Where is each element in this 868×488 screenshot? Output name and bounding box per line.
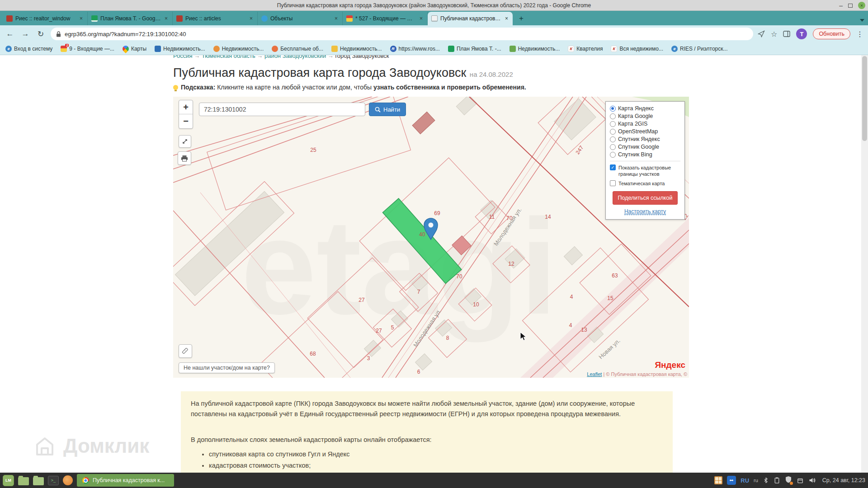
bookmark-realty-3[interactable]: Недвижимость... [331,46,382,52]
address-bar[interactable]: egrp365.org/map/?kadnum=72:19:1301002:40 [51,28,753,40]
not-found-button[interactable]: Не нашли участок/дом на карте? [179,362,275,373]
bookmark-star-icon[interactable]: ☆ [771,30,777,38]
bookmark-realty-4[interactable]: Недвижимость... [509,46,560,52]
bookmark-inbox[interactable]: 9 - Входящие —... [61,46,114,52]
map-pin-icon [121,44,130,53]
configure-map-link[interactable]: Настроить карту [610,208,680,215]
tab-close-icon[interactable]: × [504,15,509,22]
measure-button[interactable] [179,344,192,358]
breadcrumb-link[interactable]: Россия [173,55,193,59]
cadastral-map[interactable]: etagi [173,97,689,378]
menu-dots-icon[interactable]: ⋮ [856,30,863,38]
checkbox-icon [610,180,616,186]
volume-icon[interactable] [808,477,816,484]
info-bullet: кадастровая стоимость участков; [209,460,663,471]
zoom-in-button[interactable]: + [179,100,193,114]
active-task-button[interactable]: Публичная кадастровая к... [77,474,174,487]
print-button[interactable] [178,151,191,165]
folder-icon[interactable] [33,477,44,485]
bookmark-login[interactable]: eВход в систему [5,46,52,52]
teamviewer-icon[interactable] [727,476,736,485]
update-button[interactable]: Обновить [813,28,850,39]
tab-close-icon[interactable]: × [79,15,84,22]
tab-list-chevron-icon[interactable] [860,19,864,22]
box-icon[interactable] [797,477,804,484]
share-link-button[interactable]: Поделиться ссылкой [613,191,678,205]
bookmark-realty-1[interactable]: Недвижимость... [155,46,205,52]
tab-cadastral-map-active[interactable]: Публичная кадастровая кар × [428,12,513,25]
tab-close-icon[interactable]: × [249,15,254,22]
search-button[interactable]: Найти [369,103,406,116]
map-search: Найти [199,103,406,116]
tab-close-icon[interactable]: × [164,15,169,22]
bookmark-kvarteliya[interactable]: ККвартелия [568,46,603,52]
bulb-icon [173,85,178,90]
close-icon[interactable]: × [858,2,865,9]
leaflet-link[interactable]: Leaflet [587,371,602,377]
new-tab-button[interactable]: + [515,13,527,24]
app-launcher-icon[interactable] [63,475,73,485]
layer-option-bing-sat[interactable]: Спутник Bing [610,151,680,158]
bookmark-realty-2[interactable]: Недвижимость... [213,46,264,52]
forward-icon[interactable]: → [20,29,31,38]
tab-objects[interactable]: Объекты × [258,12,343,25]
bookmark-plan-sheet[interactable]: План Ямова Т. -... [448,46,501,52]
profile-avatar[interactable]: T [796,28,807,39]
minimize-icon[interactable]: – [839,3,843,8]
layer-option-google-map[interactable]: Карта Google [610,113,680,119]
bookmark-rosreestr[interactable]: Rhttps://www.ros... [390,46,440,52]
globe-icon: e [5,46,12,52]
browser-toolbar: ← → ↻ egrp365.org/map/?kadnum=72:19:1301… [0,25,868,42]
keyboard-layout-small[interactable]: ru [754,478,758,483]
expand-icon [182,138,188,145]
calculator-icon[interactable] [714,476,722,484]
page-scrollbar[interactable] [861,55,868,473]
breadcrumb-link[interactable]: район Заводоуковский [264,55,326,59]
zoom-out-button[interactable]: − [179,114,193,128]
cadastral-borders-checkbox[interactable]: ✓Показать кадастровые границы участков [610,164,680,178]
security-shield-icon[interactable] [785,476,792,485]
info-paragraph-2: В дополнительных слоях земельной кадастр… [191,435,663,445]
tab-close-icon[interactable]: × [334,15,339,22]
window-controls: – × [839,0,865,11]
taskbar-clock[interactable]: Ср, 24 авг, 12:23 [822,477,865,483]
bookmark-ries[interactable]: eRIES / Риэлторск... [671,46,728,52]
clipboard-icon[interactable] [774,477,780,484]
tab-yandex-mail[interactable]: * 527 - Входящие — Яндекс × [343,12,428,25]
tab-close-icon[interactable]: × [419,15,424,22]
thematic-map-checkbox[interactable]: Тематическая карта [610,180,680,187]
layer-option-yandex-map[interactable]: Карта Яндекс [610,105,680,112]
tab-ries-articles[interactable]: Риес :: articles × [173,12,258,25]
bookmark-free-ads[interactable]: Бесплатные об... [272,46,323,52]
fullscreen-button[interactable] [179,135,191,148]
layer-option-google-sat[interactable]: Спутник Google [610,144,680,150]
radio-icon [610,129,616,135]
restore-icon[interactable] [848,4,853,8]
bluetooth-icon[interactable] [763,477,769,484]
layer-option-osm[interactable]: OpenStreetMap [610,128,680,135]
bookmark-all-realty[interactable]: КВся недвижимо... [611,46,663,52]
layer-option-yandex-sat[interactable]: Спутник Яндекс [610,136,680,142]
mint-menu-button[interactable]: LM [3,475,14,486]
cadastral-number-input[interactable] [199,103,365,116]
document-favicon [431,15,438,22]
mail-favicon [346,15,353,22]
side-panel-icon[interactable] [783,31,790,37]
reload-icon[interactable]: ↻ [35,29,46,39]
scrollbar-thumb[interactable] [862,56,867,141]
search-icon [375,107,381,113]
terminal-icon[interactable]: >_ [48,476,59,485]
house-icon [331,46,338,52]
breadcrumb-link[interactable]: Тюменская область [202,55,255,59]
tab-google-sheets[interactable]: План Ямова Т. - Google Таб × [88,12,173,25]
page-title-date: на 24.08.2022 [470,70,513,78]
layer-option-2gis-map[interactable]: Карта 2GIS [610,121,680,127]
send-icon[interactable] [758,30,765,38]
info-bullet: категория земель; [209,472,663,473]
back-icon[interactable]: ← [5,29,15,38]
keyboard-layout-indicator[interactable]: RU [741,477,749,484]
tab-ries-realtor[interactable]: Риес :: realtor_window × [3,12,88,25]
bookmark-maps[interactable]: Карты [123,46,146,52]
files-icon[interactable] [18,477,29,485]
circle-icon [272,46,278,52]
